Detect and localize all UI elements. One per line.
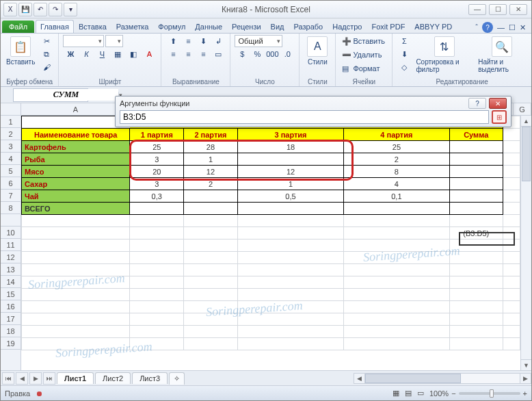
underline-button[interactable]: Ч — [94, 48, 109, 60]
cell[interactable]: 3 — [130, 178, 184, 190]
help-icon[interactable]: ? — [482, 22, 493, 33]
qat-redo[interactable]: ↷ — [49, 3, 62, 16]
max-button[interactable]: ☐ — [489, 4, 507, 15]
row-header[interactable]: 18 — [1, 325, 21, 337]
row-header[interactable]: 14 — [1, 276, 21, 288]
insert-cells[interactable]: ➕Вставить — [340, 35, 388, 47]
sheet-tab[interactable]: Лист2 — [95, 372, 131, 384]
name-box[interactable]: ▾ — [13, 88, 88, 102]
format-painter-button[interactable]: 🖌 — [39, 61, 54, 73]
cell[interactable]: 3 — [130, 153, 184, 166]
cell[interactable]: Сахар — [22, 178, 130, 190]
cell[interactable] — [449, 153, 503, 166]
sheet-tab[interactable]: Лист3 — [132, 372, 168, 384]
align-left[interactable]: ≡ — [165, 48, 181, 60]
cell[interactable]: 2 партия — [184, 129, 238, 141]
row-header[interactable]: 2 — [1, 128, 21, 140]
comma-button[interactable]: 000 — [265, 48, 280, 60]
qat-save[interactable]: 💾 — [18, 3, 32, 16]
cell[interactable] — [237, 153, 343, 166]
cell[interactable] — [449, 166, 503, 178]
cell[interactable] — [449, 141, 503, 153]
autosum-button[interactable]: Σ — [397, 35, 412, 47]
cell[interactable]: 0,3 — [130, 190, 184, 203]
scroll-down-icon[interactable]: ▼ — [521, 359, 531, 370]
align-bot[interactable]: ⬇ — [196, 35, 211, 47]
view-layout-icon[interactable]: ▤ — [405, 389, 412, 398]
align-center[interactable]: ≡ — [181, 48, 196, 60]
tab-data[interactable]: Данные — [190, 20, 227, 33]
sheet-new[interactable]: ✧ — [169, 372, 185, 385]
paste-button[interactable]: 📋Вставить — [5, 35, 36, 67]
cell[interactable]: 25 — [344, 141, 449, 153]
cell[interactable]: 1 — [184, 153, 238, 166]
fill-button[interactable]: ◧ — [126, 48, 141, 60]
sort-filter-button[interactable]: ⇅Сортировка и фильтр — [414, 35, 474, 75]
row-header[interactable]: 19 — [1, 337, 21, 350]
col-header[interactable]: G — [514, 103, 531, 115]
cell[interactable]: Наименование товара — [22, 129, 130, 141]
cell[interactable]: ВСЕГО — [22, 203, 130, 215]
cell[interactable]: 4 партия — [344, 129, 449, 141]
cell[interactable]: Сумма — [449, 129, 503, 141]
tab-home[interactable]: Главная — [36, 20, 74, 33]
align-top[interactable]: ⬆ — [165, 35, 181, 47]
font-size[interactable] — [105, 35, 123, 47]
zoom-out-button[interactable]: − — [451, 389, 455, 398]
delete-cells[interactable]: ➖Удалить — [340, 49, 388, 61]
vertical-scrollbar[interactable]: ▲ ▼ — [520, 116, 531, 370]
worksheet-grid[interactable]: Soringperepair.com Soringperepair.com So… — [1, 103, 531, 370]
cell[interactable]: 20 — [130, 166, 184, 178]
tab-file[interactable]: Файл — [2, 21, 34, 33]
scroll-left-icon[interactable]: ◀ — [354, 374, 365, 383]
format-cells[interactable]: ▤Формат — [340, 62, 388, 75]
view-normal-icon[interactable]: ▦ — [393, 389, 399, 398]
row-header[interactable]: 12 — [1, 251, 21, 263]
font-color-button[interactable]: A — [142, 48, 157, 60]
name-box-input[interactable] — [14, 89, 118, 101]
range-input[interactable] — [120, 110, 489, 124]
cell[interactable]: 8 — [344, 166, 449, 178]
row-header[interactable]: 10 — [1, 227, 21, 239]
row-header[interactable]: 13 — [1, 263, 21, 276]
scroll-thumb[interactable] — [365, 374, 461, 383]
cell[interactable]: Рыба — [22, 153, 130, 166]
sheet-nav-next[interactable]: ▶ — [29, 372, 42, 385]
sheet-nav-prev[interactable]: ◀ — [16, 372, 28, 385]
scroll-up-icon[interactable]: ▲ — [521, 116, 531, 127]
cell[interactable]: Чай — [22, 190, 130, 203]
cell[interactable]: 3 партия — [237, 129, 343, 141]
copy-button[interactable]: ⧉ — [39, 48, 54, 60]
cell[interactable]: 12 — [237, 166, 343, 178]
cell[interactable]: 4 — [344, 178, 449, 190]
cell[interactable]: 2 — [344, 153, 449, 166]
cell[interactable]: 1 — [237, 178, 343, 190]
col-header[interactable]: A — [21, 103, 131, 115]
dialog-restore-button[interactable]: ⊞ — [492, 110, 507, 124]
row-header[interactable]: 4 — [1, 153, 21, 165]
inc-dec-button[interactable]: .0 — [280, 48, 295, 60]
row-header[interactable]: 17 — [1, 313, 21, 325]
row-header[interactable]: 1 — [1, 116, 21, 128]
cell[interactable] — [184, 190, 238, 203]
row-header[interactable]: 6 — [1, 177, 21, 190]
row-header[interactable]: 16 — [1, 300, 21, 313]
row-header[interactable]: 8 — [1, 202, 21, 214]
qat-undo[interactable]: ↶ — [34, 3, 47, 16]
view-break-icon[interactable]: ▭ — [417, 389, 424, 398]
bold-button[interactable]: Ж — [63, 48, 78, 60]
sheet-tab[interactable]: Лист1 — [57, 372, 94, 384]
row-header[interactable] — [1, 214, 21, 227]
tab-foxit[interactable]: Foxit PDF — [367, 20, 410, 33]
function-arguments-dialog[interactable]: Аргументы функции ? ✕ ⊞ — [115, 96, 511, 127]
tab-formulas[interactable]: Формул — [153, 20, 190, 33]
cell[interactable]: 0,5 — [237, 190, 343, 203]
tab-layout[interactable]: Разметка — [111, 20, 154, 33]
cell[interactable]: Мясо — [22, 166, 130, 178]
find-button[interactable]: 🔍Найти и выделить — [477, 35, 527, 75]
zoom-in-button[interactable]: + — [523, 389, 527, 398]
cell[interactable]: 18 — [237, 141, 343, 153]
zoom-level[interactable]: 100% — [429, 389, 449, 398]
dialog-close-button[interactable]: ✕ — [489, 98, 507, 109]
row-header[interactable]: 15 — [1, 288, 21, 300]
